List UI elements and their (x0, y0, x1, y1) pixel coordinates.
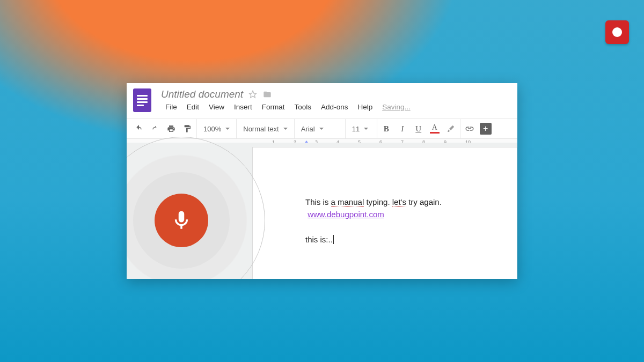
titlebar: Untitled document File Edit View Insert … (127, 83, 517, 119)
plus-icon: + (480, 123, 492, 135)
text-color-button[interactable]: A (427, 119, 443, 138)
body-text: typing. (364, 197, 392, 206)
spellcheck-span: a manual (331, 197, 364, 207)
font-size-select[interactable]: 11 (347, 119, 376, 138)
menu-tools[interactable]: Tools (290, 101, 316, 113)
print-button[interactable] (163, 119, 179, 138)
body-text: This is (305, 197, 331, 206)
insert-link-button[interactable] (462, 119, 478, 138)
microphone-button[interactable] (155, 194, 208, 247)
desktop-background: Untitled document File Edit View Insert … (0, 0, 644, 362)
paint-format-button[interactable] (179, 119, 195, 138)
font-value: Arial (301, 125, 315, 133)
hyperlink[interactable]: www.debugpoint.com (308, 210, 384, 219)
menu-addons[interactable]: Add-ons (317, 101, 352, 113)
svg-marker-0 (249, 91, 256, 98)
style-value: Normal text (243, 125, 279, 133)
spellcheck-span: let's (392, 197, 406, 207)
menu-file[interactable]: File (161, 101, 181, 113)
google-docs-window: Untitled document File Edit View Insert … (127, 83, 517, 279)
undo-button[interactable] (131, 119, 147, 138)
document-title[interactable]: Untitled document (161, 88, 243, 100)
menu-help[interactable]: Help (353, 101, 377, 113)
screen-record-indicator[interactable] (605, 20, 629, 44)
page-content[interactable]: This is a manual typing. let's try again… (253, 147, 517, 250)
document-page[interactable]: This is a manual typing. let's try again… (252, 147, 517, 279)
text-cursor (333, 235, 334, 244)
chevron-down-icon (319, 128, 324, 130)
zoom-value: 100% (203, 125, 221, 133)
color-underbar (430, 132, 440, 134)
record-dot-icon (612, 27, 622, 37)
paragraph-style-select[interactable]: Normal text (238, 119, 292, 138)
text-color-a: A (432, 124, 437, 131)
body-text: this is:.. (305, 235, 333, 244)
voice-inner-circle (133, 172, 230, 269)
font-size-value: 11 (352, 125, 360, 133)
redo-button[interactable] (147, 119, 163, 138)
star-icon[interactable] (248, 90, 257, 99)
underline-button[interactable]: U (411, 119, 427, 138)
save-status: Saving... (382, 103, 411, 111)
more-toolbar-button[interactable]: + (478, 119, 494, 138)
font-select[interactable]: Arial (296, 119, 344, 138)
zoom-select[interactable]: 100% (198, 119, 235, 138)
menu-edit[interactable]: Edit (182, 101, 203, 113)
chevron-down-icon (364, 128, 368, 130)
highlight-button[interactable] (443, 119, 459, 138)
folder-icon[interactable] (262, 90, 272, 99)
chevron-down-icon (283, 128, 288, 130)
menu-format[interactable]: Format (258, 101, 289, 113)
menu-insert[interactable]: Insert (230, 101, 257, 113)
chevron-down-icon (225, 128, 230, 130)
menu-view[interactable]: View (204, 101, 229, 113)
menubar: File Edit View Insert Format Tools Add-o… (161, 101, 411, 113)
italic-button[interactable]: I (394, 119, 411, 138)
bold-button[interactable]: B (378, 119, 394, 138)
microphone-icon (170, 209, 193, 232)
docs-logo-icon[interactable] (133, 88, 151, 112)
toolbar: 100% Normal text Arial 11 (127, 119, 517, 139)
body-text: try again. (406, 197, 442, 206)
